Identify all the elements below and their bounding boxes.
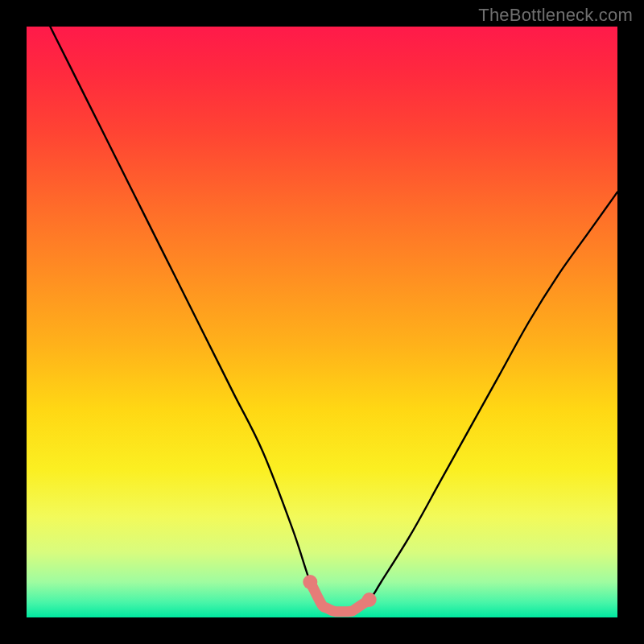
bottleneck-highlight-path (310, 582, 369, 612)
bottleneck-curve-svg (27, 27, 617, 617)
bottleneck-curve-path (27, 27, 617, 613)
bottleneck-highlight-dot-right (362, 592, 377, 607)
watermark-text: TheBottleneck.com (478, 5, 633, 26)
bottleneck-highlight-dot-left (303, 575, 317, 589)
chart-frame: TheBottleneck.com (0, 0, 644, 644)
plot-area (27, 27, 617, 617)
